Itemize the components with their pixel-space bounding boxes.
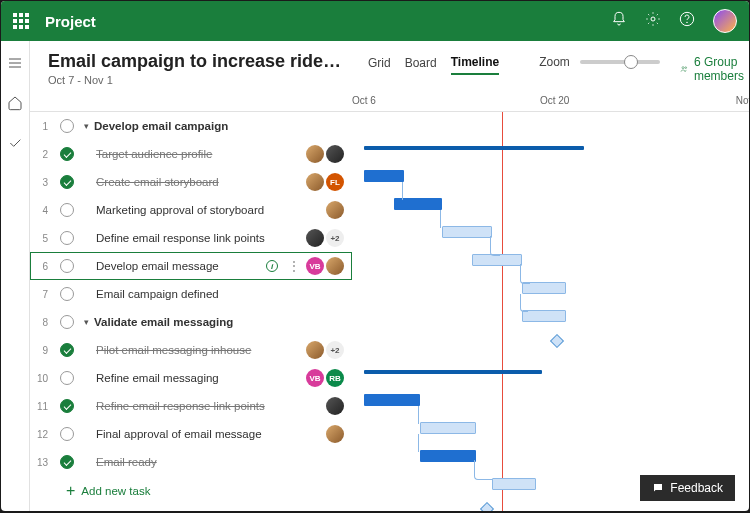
task-name: Create email storyboard — [94, 176, 306, 188]
task-name: Target audience profile — [94, 148, 306, 160]
task-row[interactable]: 8▾Validate email messaging — [30, 308, 352, 336]
task-name: Refine email messaging — [94, 372, 306, 384]
expand-icon[interactable]: ▾ — [80, 317, 92, 327]
app-launcher-icon[interactable] — [13, 13, 29, 29]
svg-point-2 — [687, 22, 688, 23]
assignees[interactable] — [306, 145, 352, 163]
assignees[interactable] — [326, 425, 352, 443]
gantt-bar[interactable] — [442, 226, 492, 238]
task-name: Email ready — [94, 456, 352, 468]
avatar — [326, 145, 344, 163]
task-row[interactable]: 4Marketing approval of storyboard — [30, 196, 352, 224]
task-name: Validate email messaging — [92, 316, 352, 328]
help-icon[interactable] — [679, 11, 695, 31]
assignees[interactable]: +2 — [306, 229, 352, 247]
gantt-bar[interactable] — [522, 310, 566, 322]
view-switcher: Grid Board Timeline — [368, 55, 499, 75]
user-avatar[interactable] — [713, 9, 737, 33]
avatar — [306, 341, 324, 359]
avatar — [326, 397, 344, 415]
date-range: Oct 7 - Nov 1 — [48, 74, 348, 86]
task-row[interactable]: 5Define email response link points+2 — [30, 224, 352, 252]
assignees[interactable] — [326, 397, 352, 415]
view-board[interactable]: Board — [405, 56, 437, 74]
complete-checkbox[interactable] — [60, 231, 74, 245]
group-members-button[interactable]: 6 Group members — [680, 55, 749, 83]
assignees[interactable]: VB — [306, 257, 352, 275]
gantt-bar[interactable] — [420, 450, 476, 462]
complete-checkbox[interactable] — [60, 343, 74, 357]
task-name: Email campaign defined — [94, 288, 352, 300]
zoom-slider[interactable] — [580, 60, 660, 64]
task-row[interactable]: 3Create email storyboardFL — [30, 168, 352, 196]
project-title: Email campaign to increase rider's aware… — [48, 51, 348, 72]
gantt-bar[interactable] — [492, 478, 536, 490]
check-icon[interactable] — [1, 129, 29, 157]
assignees[interactable]: VBRB — [306, 369, 352, 387]
complete-checkbox[interactable] — [60, 315, 74, 329]
task-name: Define email response link points — [94, 232, 306, 244]
task-name: Marketing approval of storyboard — [94, 204, 326, 216]
view-grid[interactable]: Grid — [368, 56, 391, 74]
complete-checkbox[interactable] — [60, 455, 74, 469]
today-line — [502, 112, 503, 511]
assignees[interactable]: FL — [306, 173, 352, 191]
left-rail — [1, 41, 30, 511]
task-row[interactable]: 1▾Develop email campaign — [30, 112, 352, 140]
task-name: Develop email message — [94, 260, 266, 272]
expand-icon[interactable]: ▾ — [80, 121, 92, 131]
task-row[interactable]: 7Email campaign defined — [30, 280, 352, 308]
task-row[interactable]: 11Refine email response link points — [30, 392, 352, 420]
gantt-bar[interactable] — [420, 422, 476, 434]
svg-point-0 — [651, 17, 655, 21]
avatar: RB — [326, 369, 344, 387]
complete-checkbox[interactable] — [60, 147, 74, 161]
svg-point-3 — [682, 67, 684, 69]
bell-icon[interactable] — [611, 11, 627, 31]
avatar — [306, 229, 324, 247]
complete-checkbox[interactable] — [60, 427, 74, 441]
task-row[interactable]: 9Pilot email messaging inhouse+2 — [30, 336, 352, 364]
gantt-milestone[interactable] — [480, 502, 494, 511]
avatar — [306, 173, 324, 191]
feedback-button[interactable]: Feedback — [640, 475, 735, 501]
hamburger-icon[interactable] — [1, 49, 29, 77]
avatar — [326, 257, 344, 275]
gantt-bar-summary[interactable] — [364, 146, 584, 150]
complete-checkbox[interactable] — [60, 399, 74, 413]
assignees[interactable]: +2 — [306, 341, 352, 359]
home-icon[interactable] — [1, 89, 29, 117]
task-list: 1▾Develop email campaign2Target audience… — [30, 112, 352, 511]
gantt-bar[interactable] — [364, 394, 420, 406]
app-name: Project — [45, 13, 611, 30]
complete-checkbox[interactable] — [60, 287, 74, 301]
task-name: Final approval of email message — [94, 428, 326, 440]
avatar: +2 — [326, 341, 344, 359]
task-row[interactable]: 13Email ready — [30, 448, 352, 476]
plus-icon: + — [66, 482, 75, 500]
complete-checkbox[interactable] — [60, 259, 74, 273]
complete-checkbox[interactable] — [60, 119, 74, 133]
top-bar: Project — [1, 1, 749, 41]
info-icon[interactable]: i — [266, 260, 278, 272]
zoom-label: Zoom — [539, 55, 570, 69]
view-timeline[interactable]: Timeline — [451, 55, 499, 75]
assignees[interactable] — [326, 201, 352, 219]
complete-checkbox[interactable] — [60, 175, 74, 189]
gantt-bar-summary[interactable] — [364, 370, 542, 374]
task-row[interactable]: 10Refine email messagingVBRB — [30, 364, 352, 392]
gantt-milestone[interactable] — [550, 334, 564, 348]
avatar: +2 — [326, 229, 344, 247]
task-row[interactable]: 2Target audience profile — [30, 140, 352, 168]
task-row[interactable]: 12Final approval of email message — [30, 420, 352, 448]
gear-icon[interactable] — [645, 11, 661, 31]
task-row[interactable]: 6Develop email messagei⋮VB — [30, 252, 352, 280]
svg-point-4 — [685, 67, 687, 69]
complete-checkbox[interactable] — [60, 203, 74, 217]
more-icon[interactable]: ⋮ — [282, 259, 306, 273]
task-name: Develop email campaign — [92, 120, 352, 132]
add-task-button[interactable]: +Add new task — [30, 476, 352, 506]
avatar — [326, 201, 344, 219]
gantt-bar[interactable] — [364, 170, 404, 182]
complete-checkbox[interactable] — [60, 371, 74, 385]
